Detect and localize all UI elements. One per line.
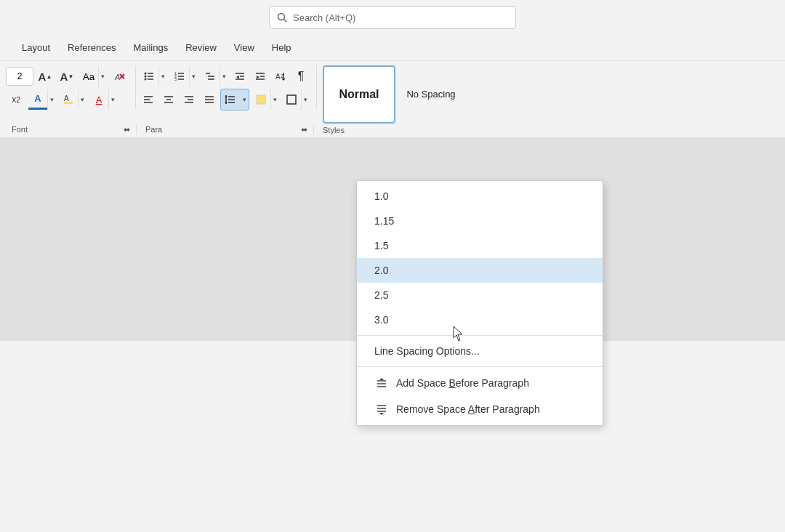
search-placeholder: Search (Alt+Q): [293, 12, 355, 23]
font-size-input[interactable]: [6, 67, 33, 86]
paragraph-expand-icon[interactable]: ⬌: [301, 125, 307, 134]
svg-point-7: [145, 73, 147, 75]
align-right-btn[interactable]: [180, 92, 198, 108]
svg-rect-54: [287, 95, 296, 104]
shading-btn[interactable]: ▾: [251, 89, 280, 110]
add-space-before-item[interactable]: Add Space Before Paragraph: [357, 370, 603, 396]
show-hide-btn[interactable]: ¶: [291, 68, 310, 84]
spacing-2-5[interactable]: 2.5: [357, 283, 603, 307]
style-normal-btn[interactable]: Normal: [323, 65, 395, 124]
add-space-before-icon: [374, 376, 389, 390]
svg-rect-55: [287, 95, 296, 104]
ribbon: A▲ A▼ Aa ▾ A x2 A ▾: [0, 61, 785, 137]
svg-point-11: [145, 78, 147, 81]
svg-text:3.: 3.: [174, 77, 177, 81]
dropdown-divider-2: [357, 366, 603, 367]
menu-item-mailings[interactable]: Mailings: [126, 39, 176, 56]
svg-marker-63: [379, 413, 384, 415]
svg-marker-28: [257, 76, 259, 78]
search-icon: [277, 12, 287, 23]
justify-btn[interactable]: [200, 92, 219, 108]
spacing-3-0[interactable]: 3.0: [357, 307, 603, 332]
svg-point-9: [145, 76, 147, 78]
menu-bar: Layout References Mailings Review View H…: [0, 35, 785, 61]
change-case-btn[interactable]: Aa ▾: [78, 65, 108, 87]
bullet-list-btn[interactable]: ▾: [139, 65, 168, 87]
spacing-1-5[interactable]: 1.5: [357, 233, 603, 258]
numbered-list-btn[interactable]: 1.2.3. ▾: [169, 65, 198, 87]
sort-btn[interactable]: AZ: [271, 68, 290, 84]
spacing-1-15[interactable]: 1.15: [357, 209, 603, 233]
underline-btn[interactable]: A ▾: [89, 89, 118, 110]
menu-item-references[interactable]: References: [60, 39, 123, 56]
svg-text:A: A: [64, 94, 69, 102]
superscript-btn[interactable]: x2: [6, 91, 26, 108]
spacing-2-0[interactable]: 2.0: [357, 258, 603, 283]
svg-text:A: A: [275, 73, 281, 81]
highlight-btn[interactable]: A ▾: [58, 89, 87, 110]
svg-rect-53: [257, 95, 265, 104]
svg-line-1: [284, 20, 287, 23]
menu-item-layout[interactable]: Layout: [15, 39, 57, 56]
spacing-1-0[interactable]: 1.0: [357, 184, 603, 209]
borders-btn[interactable]: ▾: [281, 89, 310, 110]
svg-marker-24: [236, 76, 239, 78]
add-space-shortcut: B: [448, 377, 455, 389]
remove-space-after-item[interactable]: Remove Space After Paragraph: [357, 396, 603, 422]
title-bar: Search (Alt+Q): [0, 0, 785, 35]
align-left-btn[interactable]: [139, 92, 158, 108]
font-expand-icon[interactable]: ⬌: [124, 125, 130, 134]
line-spacing-options-item[interactable]: Line Spacing Options...: [357, 339, 603, 363]
line-spacing-btn[interactable]: ▾: [220, 89, 249, 110]
menu-item-help[interactable]: Help: [265, 39, 299, 56]
increase-indent-btn[interactable]: [251, 68, 270, 84]
dropdown-divider-1: [357, 335, 603, 336]
font-color-btn[interactable]: A ▾: [28, 89, 57, 110]
svg-marker-59: [379, 378, 384, 380]
line-spacing-dropdown: 1.0 1.15 1.5 2.0 2.5 3.0 Line Spacing Op…: [356, 180, 603, 426]
multilevel-list-btn[interactable]: ▾: [200, 65, 229, 87]
style-nospacing-btn[interactable]: No Spacing: [398, 65, 464, 124]
paragraph-section-label: Para ⬌: [140, 125, 314, 134]
remove-space-shortcut: A: [468, 403, 475, 415]
menu-item-review[interactable]: Review: [178, 39, 224, 56]
decrease-indent-btn[interactable]: [230, 68, 249, 84]
svg-text:A: A: [114, 73, 120, 81]
font-section-label: Font ⬌: [6, 125, 137, 134]
remove-space-after-icon: [374, 403, 389, 416]
align-center-btn[interactable]: [159, 92, 178, 108]
increase-font-btn[interactable]: A▲: [35, 67, 55, 86]
svg-marker-34: [281, 78, 286, 81]
decrease-font-btn[interactable]: A▼: [57, 67, 77, 86]
clear-format-btn[interactable]: A: [109, 67, 129, 86]
search-box[interactable]: Search (Alt+Q): [269, 6, 516, 29]
styles-section-label: Styles: [317, 126, 350, 134]
menu-item-view[interactable]: View: [227, 39, 262, 56]
svg-marker-52: [225, 102, 228, 104]
svg-marker-51: [225, 95, 228, 97]
